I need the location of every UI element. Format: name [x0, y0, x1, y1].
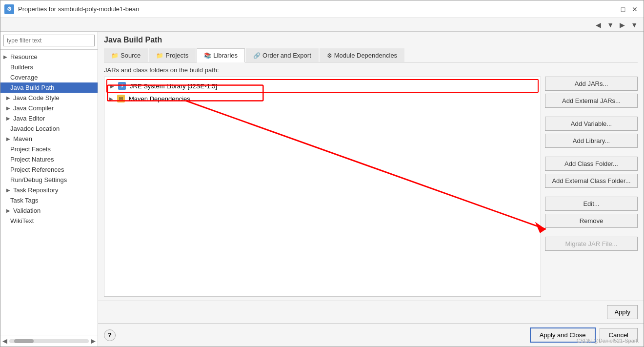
forward-dropdown-button[interactable]: ▼: [629, 20, 640, 30]
sidebar-item-java-compiler[interactable]: ▶ Java Compiler: [0, 103, 98, 113]
tree-item-maven[interactable]: ▶ M Maven Dependencies: [106, 93, 539, 104]
apply-bar: Apply: [98, 301, 644, 323]
apply-button[interactable]: Apply: [607, 305, 638, 319]
migrate-jar-button[interactable]: Migrate JAR File...: [545, 237, 638, 251]
sidebar-item-resource[interactable]: ▶ Resource: [0, 52, 98, 62]
sidebar-item-validation-label: Validation: [13, 207, 40, 214]
buttons-panel: Add JARs... Add External JARs... Add Var…: [545, 77, 638, 297]
sidebar-item-task-repository[interactable]: ▶ Task Repository: [0, 185, 98, 195]
sidebar-item-javadoc[interactable]: Javadoc Location: [0, 123, 98, 134]
order-tab-icon: 🔗: [253, 52, 261, 59]
tab-order-export[interactable]: 🔗 Order and Export: [246, 48, 319, 62]
sidebar-item-task-tags[interactable]: Task Tags: [0, 195, 98, 205]
jre-icon: J: [118, 82, 126, 90]
sidebar-item-coverage[interactable]: Coverage: [0, 72, 98, 82]
edit-button[interactable]: Edit...: [545, 197, 638, 211]
sidebar-item-java-editor-label: Java Editor: [13, 115, 45, 122]
separator-1: [545, 111, 638, 114]
main-panel: Java Build Path 📁 Source 📁 Projects 📚 Li…: [98, 32, 644, 347]
java-editor-arrow: ▶: [6, 116, 10, 121]
add-variable-button[interactable]: Add Variable...: [545, 117, 638, 131]
scroll-right-icon[interactable]: ▶: [91, 337, 96, 345]
sidebar-item-maven[interactable]: ▶ Maven: [0, 134, 98, 144]
tree-item-jre[interactable]: ▶ J JRE System Library [J2SE-1.5]: [106, 79, 539, 93]
filter-input[interactable]: [3, 35, 95, 46]
body-label: JARs and class folders on the build path…: [104, 66, 638, 74]
sidebar-item-javadoc-label: Javadoc Location: [10, 125, 60, 132]
back-button[interactable]: ◀: [594, 20, 603, 30]
dialog-bottom: ? Apply and Close Cancel: [98, 323, 644, 347]
add-external-jars-button[interactable]: Add External JARs...: [545, 94, 638, 108]
window-title: Properties for ssmbuild-poly-module1-bea…: [18, 5, 140, 13]
sidebar-item-project-natures[interactable]: Project Natures: [0, 154, 98, 164]
sidebar-item-java-code-style[interactable]: ▶ Java Code Style: [0, 93, 98, 103]
sidebar-item-project-natures-label: Project Natures: [10, 156, 54, 163]
sidebar-item-builders-label: Builders: [10, 63, 33, 71]
sidebar-item-java-editor[interactable]: ▶ Java Editor: [0, 113, 98, 123]
add-library-button[interactable]: Add Library...: [545, 134, 638, 148]
tab-order-export-label: Order and Export: [262, 52, 311, 59]
maven-arrow: ▶: [6, 136, 10, 142]
maximize-button[interactable]: □: [618, 4, 628, 14]
module-tab-icon: ⚙: [327, 52, 332, 59]
title-bar: ⚙ Properties for ssmbuild-poly-module1-b…: [0, 0, 644, 18]
add-jars-button[interactable]: Add JARs...: [545, 77, 638, 91]
sidebar-items: ▶ Resource Builders Coverage Java Build …: [0, 50, 98, 335]
libraries-tab-icon: 📚: [204, 52, 211, 59]
sidebar-item-maven-label: Maven: [13, 135, 32, 143]
sidebar-item-java-build-path[interactable]: Java Build Path: [0, 82, 98, 93]
task-repository-arrow: ▶: [6, 187, 10, 193]
back-dropdown-button[interactable]: ▼: [605, 20, 616, 30]
separator-4: [545, 231, 638, 234]
scrollbar-thumb: [14, 339, 34, 343]
main-content: ▶ Resource Builders Coverage Java Build …: [0, 32, 644, 347]
sidebar-item-resource-label: Resource: [10, 53, 38, 61]
tab-source[interactable]: 📁 Source: [104, 48, 148, 62]
nav-toolbar: ◀ ▼ ▶ ▼: [0, 18, 644, 32]
tab-module-dependencies[interactable]: ⚙ Module Dependencies: [320, 48, 404, 62]
watermark: CSDN @Daniel521-Spark: [577, 338, 639, 344]
tab-projects[interactable]: 📁 Projects: [149, 48, 196, 62]
forward-button[interactable]: ▶: [618, 20, 627, 30]
add-external-class-folder-button[interactable]: Add External Class Folder...: [545, 174, 638, 188]
jre-tree-arrow: ▶: [110, 83, 116, 89]
title-bar-left: ⚙ Properties for ssmbuild-poly-module1-b…: [4, 4, 140, 14]
sidebar-item-builders[interactable]: Builders: [0, 62, 98, 72]
sidebar-item-wikitext[interactable]: WikiText: [0, 216, 98, 226]
java-compiler-arrow: ▶: [6, 105, 10, 111]
sidebar-item-project-facets-label: Project Facets: [10, 145, 51, 153]
filter-container: [0, 32, 98, 50]
help-button[interactable]: ?: [104, 329, 116, 341]
close-button[interactable]: ✕: [630, 4, 640, 14]
separator-3: [545, 191, 638, 194]
panel-body: JARs and class folders on the build path…: [98, 62, 644, 301]
projects-tab-icon: 📁: [156, 52, 163, 59]
separator-2: [545, 151, 638, 154]
sidebar-item-project-references-label: Project References: [10, 166, 64, 173]
sidebar-item-task-repository-label: Task Repository: [13, 186, 58, 194]
scroll-left-icon[interactable]: ◀: [2, 337, 7, 345]
sidebar: ▶ Resource Builders Coverage Java Build …: [0, 32, 98, 347]
tree-panel: ▶ J JRE System Library [J2SE-1.5] ▶ M Ma…: [104, 77, 541, 297]
tab-libraries[interactable]: 📚 Libraries: [197, 48, 245, 62]
minimize-button[interactable]: —: [606, 4, 616, 14]
tab-libraries-label: Libraries: [213, 52, 238, 59]
title-controls: — □ ✕: [606, 4, 640, 14]
sidebar-scrollbar[interactable]: ◀ ▶: [0, 335, 98, 347]
sidebar-item-java-build-path-label: Java Build Path: [10, 84, 54, 91]
tab-projects-label: Projects: [165, 52, 188, 59]
tabs: 📁 Source 📁 Projects 📚 Libraries 🔗 Order …: [104, 48, 638, 62]
sidebar-item-task-tags-label: Task Tags: [10, 197, 39, 204]
sidebar-item-java-compiler-label: Java Compiler: [13, 104, 54, 112]
sidebar-item-project-references[interactable]: Project References: [0, 164, 98, 175]
sidebar-item-project-facets[interactable]: Project Facets: [0, 144, 98, 154]
validation-arrow: ▶: [6, 208, 10, 213]
add-class-folder-button[interactable]: Add Class Folder...: [545, 157, 638, 171]
panel-header: Java Build Path 📁 Source 📁 Projects 📚 Li…: [98, 32, 644, 62]
remove-button[interactable]: Remove: [545, 214, 638, 228]
sidebar-item-coverage-label: Coverage: [10, 74, 38, 81]
sidebar-item-run-debug[interactable]: Run/Debug Settings: [0, 175, 98, 185]
tab-module-dependencies-label: Module Dependencies: [334, 52, 397, 59]
sidebar-item-validation[interactable]: ▶ Validation: [0, 205, 98, 216]
window-icon: ⚙: [4, 4, 14, 14]
